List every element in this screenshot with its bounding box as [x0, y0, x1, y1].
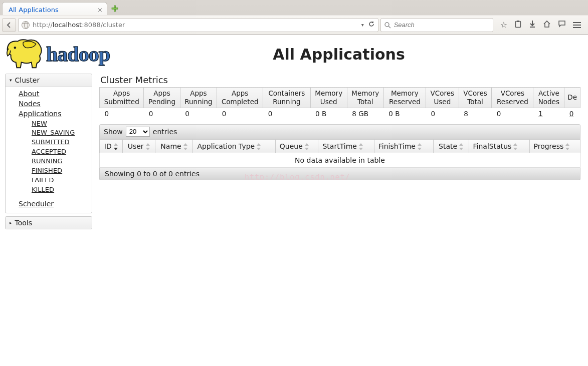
sidebar-section-cluster: ▾ Cluster AboutNodesApplicationsNEWNEW_S… [5, 74, 92, 213]
svg-rect-4 [516, 21, 521, 27]
search-icon [384, 22, 391, 29]
new-tab-button[interactable] [110, 4, 119, 13]
sidebar-appstate-failed[interactable]: FAILED [32, 176, 92, 185]
datatable-length-control: Show 102050100 entries [99, 124, 580, 139]
sidebar-heading-tools[interactable]: ▸ Tools [6, 217, 92, 229]
sort-icon [114, 143, 118, 150]
download-icon[interactable] [529, 20, 536, 30]
metrics-link[interactable]: 0 [569, 110, 574, 118]
sidebar-link-about[interactable]: About [19, 89, 92, 99]
url-text: http://localhost:8088/cluster [33, 21, 358, 29]
sidebar-appstate-submitted[interactable]: SUBMITTED [32, 138, 92, 147]
svg-rect-1 [112, 8, 118, 10]
hadoop-logo: hadoop [4, 37, 110, 72]
browser-toolbar: http://localhost:8088/cluster ▾ ☆ [0, 15, 588, 34]
page-content: hadoop All Applications ▾ Cluster AboutN… [0, 35, 588, 232]
metrics-cell: 8 [459, 108, 492, 119]
elephant-icon [4, 37, 45, 72]
apps-column-header[interactable]: User [122, 139, 155, 153]
tab-title: All Applications [9, 6, 59, 14]
close-icon[interactable]: × [97, 6, 103, 14]
entries-label: entries [153, 128, 177, 136]
toolbar-icons: ☆ [495, 20, 586, 30]
browser-tab[interactable]: All Applications × [2, 2, 107, 15]
search-input[interactable] [394, 21, 490, 29]
show-label: Show [104, 128, 123, 136]
apps-column-header[interactable]: StartTime [318, 139, 374, 153]
sidebar-appstate-new_saving[interactable]: NEW_SAVING [32, 128, 92, 138]
sidebar-appstate-killed[interactable]: KILLED [32, 185, 92, 195]
sidebar-link-scheduler[interactable]: Scheduler [19, 199, 92, 209]
sidebar-heading-cluster[interactable]: ▾ Cluster [6, 74, 92, 87]
svg-point-7 [14, 47, 17, 49]
metrics-header: Memory Used [310, 88, 347, 108]
metrics-header: VCores Reserved [492, 88, 533, 108]
apps-column-header[interactable]: Progress [529, 139, 580, 153]
metrics-header: Containers Running [263, 88, 310, 108]
apps-column-header[interactable]: State [433, 139, 469, 153]
metrics-cell: 0 [564, 108, 580, 119]
sort-icon [418, 143, 422, 150]
cluster-metrics-table: Apps SubmittedApps PendingApps RunningAp… [99, 87, 580, 119]
sidebar-link-applications[interactable]: Applications [19, 109, 92, 119]
metrics-cell: 0 [180, 108, 217, 119]
dropdown-icon[interactable]: ▾ [361, 22, 364, 28]
metrics-cell: 0 [426, 108, 459, 119]
sidebar: ▾ Cluster AboutNodesApplicationsNEWNEW_S… [5, 74, 92, 232]
apps-empty-row: No data available in table [100, 153, 580, 167]
sort-icon [183, 143, 187, 150]
sidebar-appstate-finished[interactable]: FINISHED [32, 166, 92, 176]
sidebar-section-tools: ▸ Tools [5, 216, 92, 229]
chevron-right-icon: ▸ [10, 220, 12, 225]
sort-icon [146, 143, 150, 150]
clipboard-icon[interactable] [514, 20, 522, 30]
page-header: hadoop All Applications [0, 35, 588, 74]
metrics-header-row: Apps SubmittedApps PendingApps RunningAp… [100, 88, 580, 108]
metrics-cell: 0 [100, 108, 144, 119]
sidebar-appstate-accepted[interactable]: ACCEPTED [32, 147, 92, 157]
sort-icon [305, 143, 309, 150]
datatable-info: Showing 0 to 0 of 0 entries [99, 168, 580, 180]
home-icon[interactable] [543, 20, 551, 30]
url-bar[interactable]: http://localhost:8088/cluster ▾ [18, 18, 378, 32]
sidebar-link-nodes[interactable]: Nodes [19, 99, 92, 109]
svg-line-3 [388, 26, 390, 28]
metrics-cell: 0 B [383, 108, 426, 119]
metrics-cell: 0 [217, 108, 263, 119]
apps-column-header[interactable]: Application Type [193, 139, 275, 153]
reload-icon[interactable] [368, 21, 375, 29]
metrics-header: VCores Used [426, 88, 459, 108]
metrics-value-row: 000000 B8 GB0 B08010 [100, 108, 580, 119]
metrics-header: Apps Running [180, 88, 217, 108]
tab-bar: All Applications × [0, 0, 588, 15]
sort-icon [257, 143, 261, 150]
metrics-header: VCores Total [459, 88, 492, 108]
cluster-metrics-heading: Cluster Metrics [100, 75, 588, 85]
metrics-cell: 0 [144, 108, 180, 119]
bookmark-star-icon[interactable]: ☆ [500, 20, 507, 30]
menu-icon[interactable] [573, 22, 581, 28]
svg-rect-5 [517, 21, 519, 22]
apps-column-header[interactable]: FinalStatus [469, 139, 529, 153]
back-button[interactable] [2, 18, 16, 32]
apps-column-header[interactable]: ID [100, 139, 123, 153]
page-size-select[interactable]: 102050100 [126, 127, 150, 137]
svg-point-2 [385, 23, 389, 27]
metrics-cell: 0 [492, 108, 533, 119]
metrics-link[interactable]: 1 [538, 110, 543, 118]
metrics-header: Apps Submitted [100, 88, 144, 108]
page-title: All Applications [110, 46, 588, 63]
sidebar-appstate-running[interactable]: RUNNING [32, 157, 92, 166]
metrics-header: Apps Pending [144, 88, 180, 108]
apps-column-header[interactable]: FinishTime [374, 139, 433, 153]
search-bar[interactable] [380, 18, 493, 32]
apps-column-header[interactable]: Name [155, 139, 193, 153]
sidebar-appstate-new[interactable]: NEW [32, 119, 92, 129]
sort-icon [513, 143, 517, 150]
metrics-header: Memory Total [347, 88, 383, 108]
chat-icon[interactable] [558, 20, 566, 30]
metrics-cell: 0 [263, 108, 310, 119]
browser-chrome: All Applications × http://localhost:8088… [0, 0, 588, 35]
apps-column-header[interactable]: Queue [275, 139, 318, 153]
apps-header-row: IDUserNameApplication TypeQueueStartTime… [100, 139, 580, 153]
